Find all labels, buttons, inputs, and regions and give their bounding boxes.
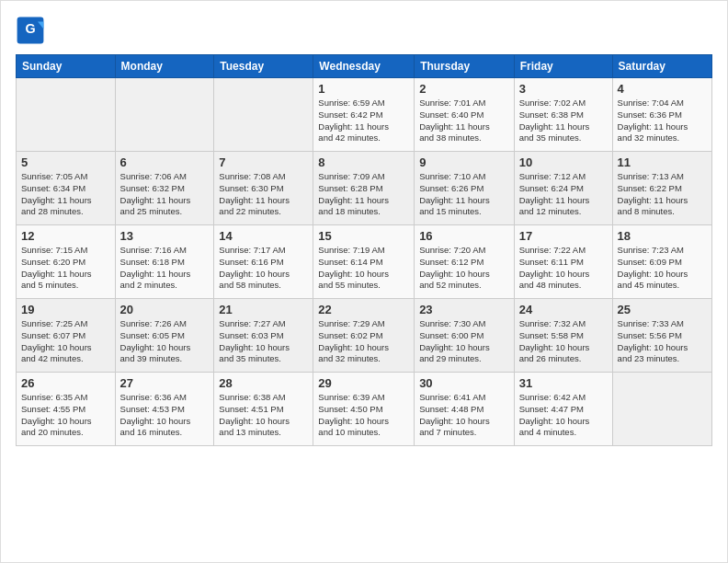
- day-number: 9: [419, 155, 509, 169]
- day-info: Sunrise: 7:15 AM Sunset: 6:20 PM Dayligh…: [21, 245, 110, 292]
- calendar-cell: 31Sunrise: 6:42 AM Sunset: 4:47 PM Dayli…: [514, 373, 612, 446]
- day-number: 5: [21, 155, 110, 169]
- day-info: Sunrise: 7:13 AM Sunset: 6:22 PM Dayligh…: [618, 171, 707, 218]
- day-number: 16: [419, 229, 509, 243]
- day-number: 27: [120, 376, 210, 390]
- calendar-cell: 7Sunrise: 7:08 AM Sunset: 6:30 PM Daylig…: [214, 152, 313, 225]
- day-number: 25: [618, 303, 707, 316]
- day-info: Sunrise: 6:38 AM Sunset: 4:51 PM Dayligh…: [219, 392, 308, 439]
- calendar-container: G SundayMondayTuesdayWednesdayThursdayFr…: [0, 0, 728, 563]
- day-number: 22: [318, 303, 409, 316]
- day-info: Sunrise: 7:23 AM Sunset: 6:09 PM Dayligh…: [618, 245, 707, 292]
- calendar-cell: 17Sunrise: 7:22 AM Sunset: 6:11 PM Dayli…: [514, 225, 612, 299]
- day-info: Sunrise: 7:29 AM Sunset: 6:02 PM Dayligh…: [318, 318, 409, 365]
- day-info: Sunrise: 6:35 AM Sunset: 4:55 PM Dayligh…: [21, 392, 110, 439]
- weekday-header-friday: Friday: [514, 55, 612, 78]
- day-number: 19: [21, 303, 110, 316]
- day-info: Sunrise: 7:33 AM Sunset: 5:56 PM Dayligh…: [618, 318, 707, 365]
- day-number: 20: [120, 303, 210, 316]
- calendar-cell: 21Sunrise: 7:27 AM Sunset: 6:03 PM Dayli…: [214, 299, 313, 373]
- day-info: Sunrise: 7:08 AM Sunset: 6:30 PM Dayligh…: [219, 171, 308, 218]
- day-info: Sunrise: 7:20 AM Sunset: 6:12 PM Dayligh…: [419, 245, 509, 292]
- calendar-cell: 30Sunrise: 6:41 AM Sunset: 4:48 PM Dayli…: [415, 373, 515, 446]
- day-info: Sunrise: 6:36 AM Sunset: 4:53 PM Dayligh…: [120, 392, 210, 439]
- day-number: 3: [519, 82, 608, 96]
- calendar-cell: 2Sunrise: 7:01 AM Sunset: 6:40 PM Daylig…: [415, 78, 515, 152]
- day-info: Sunrise: 7:01 AM Sunset: 6:40 PM Dayligh…: [419, 98, 509, 144]
- weekday-header-monday: Monday: [115, 55, 214, 78]
- day-info: Sunrise: 7:16 AM Sunset: 6:18 PM Dayligh…: [120, 245, 210, 292]
- header: G: [16, 16, 712, 45]
- calendar-cell: 4Sunrise: 7:04 AM Sunset: 6:36 PM Daylig…: [612, 78, 711, 152]
- day-number: 18: [618, 229, 707, 243]
- day-info: Sunrise: 7:22 AM Sunset: 6:11 PM Dayligh…: [519, 245, 608, 292]
- day-info: Sunrise: 7:19 AM Sunset: 6:14 PM Dayligh…: [318, 245, 409, 292]
- day-number: 1: [318, 82, 409, 96]
- calendar-grid: SundayMondayTuesdayWednesdayThursdayFrid…: [16, 54, 712, 446]
- calendar-cell: [612, 373, 711, 446]
- day-number: 26: [21, 376, 110, 390]
- day-number: 10: [519, 155, 608, 169]
- day-number: 31: [519, 376, 608, 390]
- day-number: 17: [519, 229, 608, 243]
- calendar-body: 1Sunrise: 6:59 AM Sunset: 6:42 PM Daylig…: [17, 78, 712, 446]
- day-number: 30: [419, 376, 509, 390]
- calendar-cell: 1Sunrise: 6:59 AM Sunset: 6:42 PM Daylig…: [313, 78, 415, 152]
- day-info: Sunrise: 7:32 AM Sunset: 5:58 PM Dayligh…: [519, 318, 608, 365]
- day-number: 29: [318, 376, 409, 390]
- calendar-cell: 3Sunrise: 7:02 AM Sunset: 6:38 PM Daylig…: [514, 78, 612, 152]
- day-number: 23: [419, 303, 509, 316]
- week-row-2: 12Sunrise: 7:15 AM Sunset: 6:20 PM Dayli…: [17, 225, 712, 299]
- calendar-cell: 8Sunrise: 7:09 AM Sunset: 6:28 PM Daylig…: [313, 152, 415, 225]
- calendar-cell: 10Sunrise: 7:12 AM Sunset: 6:24 PM Dayli…: [514, 152, 612, 225]
- calendar-cell: 15Sunrise: 7:19 AM Sunset: 6:14 PM Dayli…: [313, 225, 415, 299]
- calendar-cell: 12Sunrise: 7:15 AM Sunset: 6:20 PM Dayli…: [17, 225, 116, 299]
- weekday-header-saturday: Saturday: [612, 55, 711, 78]
- day-info: Sunrise: 6:59 AM Sunset: 6:42 PM Dayligh…: [318, 98, 409, 144]
- day-info: Sunrise: 7:04 AM Sunset: 6:36 PM Dayligh…: [618, 98, 707, 144]
- week-row-1: 5Sunrise: 7:05 AM Sunset: 6:34 PM Daylig…: [17, 152, 712, 225]
- day-info: Sunrise: 6:41 AM Sunset: 4:48 PM Dayligh…: [419, 392, 509, 439]
- day-number: 12: [21, 229, 110, 243]
- calendar-cell: 6Sunrise: 7:06 AM Sunset: 6:32 PM Daylig…: [115, 152, 214, 225]
- calendar-cell: 28Sunrise: 6:38 AM Sunset: 4:51 PM Dayli…: [214, 373, 313, 446]
- day-number: 6: [120, 155, 210, 169]
- calendar-cell: 29Sunrise: 6:39 AM Sunset: 4:50 PM Dayli…: [313, 373, 415, 446]
- day-info: Sunrise: 7:02 AM Sunset: 6:38 PM Dayligh…: [519, 98, 608, 144]
- day-info: Sunrise: 7:09 AM Sunset: 6:28 PM Dayligh…: [318, 171, 409, 218]
- day-info: Sunrise: 7:17 AM Sunset: 6:16 PM Dayligh…: [219, 245, 308, 292]
- day-number: 14: [219, 229, 308, 243]
- calendar-cell: 9Sunrise: 7:10 AM Sunset: 6:26 PM Daylig…: [415, 152, 515, 225]
- calendar-cell: 27Sunrise: 6:36 AM Sunset: 4:53 PM Dayli…: [115, 373, 214, 446]
- week-row-4: 26Sunrise: 6:35 AM Sunset: 4:55 PM Dayli…: [17, 373, 712, 446]
- day-number: 2: [419, 82, 509, 96]
- weekday-header-row: SundayMondayTuesdayWednesdayThursdayFrid…: [17, 55, 712, 78]
- week-row-0: 1Sunrise: 6:59 AM Sunset: 6:42 PM Daylig…: [17, 78, 712, 152]
- calendar-cell: 13Sunrise: 7:16 AM Sunset: 6:18 PM Dayli…: [115, 225, 214, 299]
- day-info: Sunrise: 7:30 AM Sunset: 6:00 PM Dayligh…: [419, 318, 509, 365]
- day-info: Sunrise: 7:26 AM Sunset: 6:05 PM Dayligh…: [120, 318, 210, 365]
- calendar-cell: 18Sunrise: 7:23 AM Sunset: 6:09 PM Dayli…: [612, 225, 711, 299]
- day-number: 11: [618, 155, 707, 169]
- calendar-cell: 22Sunrise: 7:29 AM Sunset: 6:02 PM Dayli…: [313, 299, 415, 373]
- day-number: 7: [219, 155, 308, 169]
- calendar-cell: 24Sunrise: 7:32 AM Sunset: 5:58 PM Dayli…: [514, 299, 612, 373]
- day-number: 8: [318, 155, 409, 169]
- calendar-cell: 19Sunrise: 7:25 AM Sunset: 6:07 PM Dayli…: [17, 299, 116, 373]
- day-number: 13: [120, 229, 210, 243]
- calendar-cell: 5Sunrise: 7:05 AM Sunset: 6:34 PM Daylig…: [17, 152, 116, 225]
- weekday-header-wednesday: Wednesday: [313, 55, 415, 78]
- day-info: Sunrise: 7:10 AM Sunset: 6:26 PM Dayligh…: [419, 171, 509, 218]
- weekday-header-sunday: Sunday: [17, 55, 116, 78]
- day-info: Sunrise: 7:27 AM Sunset: 6:03 PM Dayligh…: [219, 318, 308, 365]
- day-info: Sunrise: 6:42 AM Sunset: 4:47 PM Dayligh…: [519, 392, 608, 439]
- day-info: Sunrise: 6:39 AM Sunset: 4:50 PM Dayligh…: [318, 392, 409, 439]
- day-number: 28: [219, 376, 308, 390]
- svg-text:G: G: [25, 21, 35, 36]
- calendar-cell: 23Sunrise: 7:30 AM Sunset: 6:00 PM Dayli…: [415, 299, 515, 373]
- day-info: Sunrise: 7:25 AM Sunset: 6:07 PM Dayligh…: [21, 318, 110, 365]
- calendar-cell: 26Sunrise: 6:35 AM Sunset: 4:55 PM Dayli…: [17, 373, 116, 446]
- day-info: Sunrise: 7:05 AM Sunset: 6:34 PM Dayligh…: [21, 171, 110, 218]
- day-number: 24: [519, 303, 608, 316]
- day-info: Sunrise: 7:12 AM Sunset: 6:24 PM Dayligh…: [519, 171, 608, 218]
